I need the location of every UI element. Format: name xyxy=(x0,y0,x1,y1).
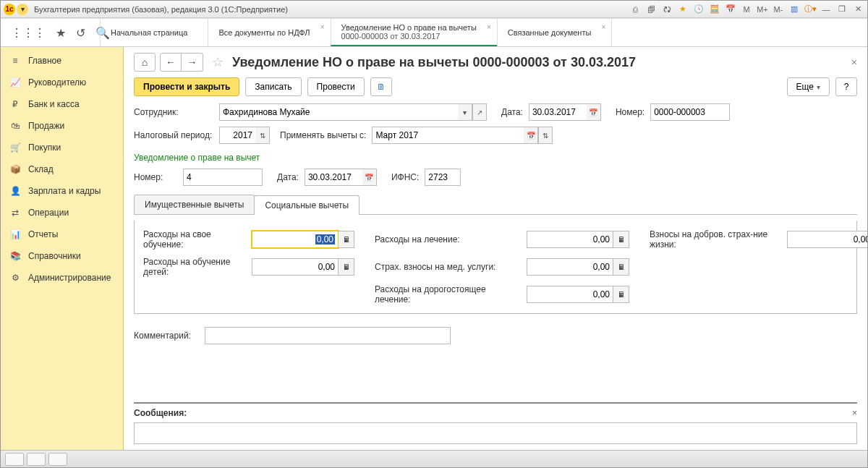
calendar-icon[interactable]: 📅 xyxy=(724,4,737,15)
attachment-button[interactable]: 🗎 xyxy=(370,77,392,96)
calc-icon[interactable]: 🖩 xyxy=(613,231,629,248)
window-title: Бухгалтерия предприятия (базовая), редак… xyxy=(30,5,629,14)
sidebar-item-label: Покупки xyxy=(28,142,61,153)
tab-close-icon[interactable]: × xyxy=(602,23,606,31)
sidebar-item-refs[interactable]: 📚Справочники xyxy=(1,245,123,267)
sidebar-item-purchases[interactable]: 🛒Покупки xyxy=(1,137,123,158)
favorite-icon[interactable]: ★ xyxy=(676,4,689,15)
menu-icon: ≡ xyxy=(9,56,21,66)
sidebar-item-label: Банк и касса xyxy=(28,99,80,109)
home-button[interactable]: ⌂ xyxy=(134,53,156,72)
open-ref-icon[interactable]: ↗ xyxy=(472,103,487,121)
applyfrom-input[interactable] xyxy=(372,127,524,144)
expensive-input[interactable] xyxy=(527,286,613,303)
sidebar-item-label: Продажи xyxy=(28,121,64,131)
post-button[interactable]: Провести xyxy=(307,77,365,96)
tab-social-deductions[interactable]: Социальные вычеты xyxy=(254,195,359,215)
post-and-close-button[interactable]: Провести и закрыть xyxy=(134,77,239,96)
toolbar-icon[interactable]: 🗐 xyxy=(644,4,658,15)
calc-icon[interactable]: 🖩 xyxy=(339,231,354,248)
favorite-star-icon[interactable]: ☆ xyxy=(212,54,224,70)
sidebar-item-hr[interactable]: 👤Зарплата и кадры xyxy=(1,180,123,202)
sidebar-item-reports[interactable]: 📊Отчеты xyxy=(1,224,123,245)
tab-related-docs[interactable]: Связанные документы × xyxy=(497,19,613,46)
m-plus-button[interactable]: M+ xyxy=(756,4,769,15)
taxperiod-input[interactable] xyxy=(219,127,255,144)
messages-close-icon[interactable]: × xyxy=(852,408,857,418)
sidebar-item-admin[interactable]: ⚙Администрирование xyxy=(1,267,123,289)
minimize-icon[interactable]: — xyxy=(820,4,833,15)
messages-box xyxy=(134,422,857,444)
sidebar-item-operations[interactable]: ⇄Операции xyxy=(1,202,123,224)
maximize-icon[interactable]: ❐ xyxy=(835,4,848,15)
close-icon[interactable]: ✕ xyxy=(851,4,864,15)
calendar-icon[interactable]: 📅 xyxy=(362,169,377,186)
calculator-icon[interactable]: 🧮 xyxy=(708,4,721,15)
calc-icon[interactable]: 🖩 xyxy=(613,258,629,276)
sidebar-item-warehouse[interactable]: 📦Склад xyxy=(1,158,123,180)
employee-label: Сотрудник: xyxy=(134,107,213,117)
spinner-icon[interactable]: ⇅ xyxy=(255,127,270,144)
lifeins-label: Взносы на добров. страх-ние жизни: xyxy=(650,229,780,250)
sidebar-item-bank[interactable]: ₽Банк и касса xyxy=(1,93,123,115)
dropdown-icon[interactable]: ▾ xyxy=(458,103,472,121)
lifeins-input[interactable] xyxy=(787,231,867,248)
docnum-input[interactable] xyxy=(183,169,263,186)
docdate-input[interactable] xyxy=(305,169,362,186)
sidebar-item-sales[interactable]: 🛍Продажи xyxy=(1,115,123,137)
nav-sidebar: ≡Главное 📈Руководителю ₽Банк и касса 🛍Пр… xyxy=(1,47,124,450)
apps-icon[interactable]: ⋮⋮⋮ xyxy=(11,26,46,40)
forward-button[interactable]: → xyxy=(182,53,203,72)
medins-label: Страх. взносы на мед. услуги: xyxy=(375,262,519,272)
section-header: Уведомление о праве на вычет xyxy=(134,150,857,163)
toolbar-icon[interactable]: ⎙ xyxy=(629,4,642,15)
history-icon[interactable]: ↺ xyxy=(76,26,85,40)
spinner-icon[interactable]: ⇅ xyxy=(538,127,553,144)
taskbar-button[interactable] xyxy=(27,453,46,466)
calendar-icon[interactable]: 📅 xyxy=(524,127,538,144)
tab-notification[interactable]: Уведомление НО о праве на вычеты 0000-00… xyxy=(331,19,498,46)
star-icon[interactable]: ★ xyxy=(56,26,66,40)
comment-input[interactable] xyxy=(205,327,451,344)
m-minus-button[interactable]: M- xyxy=(772,4,785,15)
sidebar-item-label: Отчеты xyxy=(28,229,58,239)
medins-input[interactable] xyxy=(527,258,613,276)
panels-icon[interactable]: ▥ xyxy=(788,4,801,15)
sidebar-item-manager[interactable]: 📈Руководителю xyxy=(1,72,123,93)
save-button[interactable]: Записать xyxy=(245,77,301,96)
taskbar-button[interactable] xyxy=(5,453,24,466)
taskbar-button[interactable] xyxy=(48,453,67,466)
info-icon[interactable]: ⓘ▾ xyxy=(804,4,817,15)
number-input[interactable] xyxy=(650,103,730,121)
sidebar-item-main[interactable]: ≡Главное xyxy=(1,50,123,72)
back-button[interactable]: ← xyxy=(160,53,182,72)
cart-icon: 🛒 xyxy=(9,142,21,153)
page-close-icon[interactable]: × xyxy=(851,56,857,68)
child-edu-input[interactable] xyxy=(252,258,339,276)
help-button[interactable]: ? xyxy=(835,77,857,96)
self-edu-input[interactable]: 0,00 xyxy=(252,231,339,248)
tab-close-icon[interactable]: × xyxy=(487,23,491,31)
dropdown-icon[interactable]: ▾ xyxy=(17,4,28,15)
tab-home[interactable]: Начальная страница xyxy=(100,19,208,46)
tab-sublabel: 0000-000003 от 30.03.2017 xyxy=(341,32,477,41)
toolbar-icon[interactable]: 🗘 xyxy=(660,4,673,15)
calc-icon[interactable]: 🖩 xyxy=(613,286,629,303)
top-tab-row: ⋮⋮⋮ ★ ↺ 🔍 Начальная страница Все докумен… xyxy=(1,18,867,47)
m-button[interactable]: M xyxy=(740,4,753,15)
treatment-input[interactable] xyxy=(527,231,613,248)
tab-label: Уведомление НО о праве на вычеты xyxy=(341,23,477,32)
ifns-input[interactable] xyxy=(425,169,461,186)
tab-close-icon[interactable]: × xyxy=(320,23,325,31)
date-input[interactable] xyxy=(529,103,587,121)
toolbar-icon[interactable]: 🕓 xyxy=(692,4,705,15)
tab-ndfl-docs[interactable]: Все документы по НДФЛ × xyxy=(208,19,331,46)
calendar-icon[interactable]: 📅 xyxy=(587,103,601,121)
tab-property-deductions[interactable]: Имущественные вычеты xyxy=(134,195,255,214)
more-button[interactable]: Еще xyxy=(787,77,830,96)
sidebar-item-label: Операции xyxy=(28,208,69,218)
calc-icon[interactable]: 🖩 xyxy=(339,258,354,276)
gear-icon: ⚙ xyxy=(9,273,21,283)
employee-input[interactable] xyxy=(219,103,458,121)
transfer-icon: ⇄ xyxy=(9,208,21,218)
